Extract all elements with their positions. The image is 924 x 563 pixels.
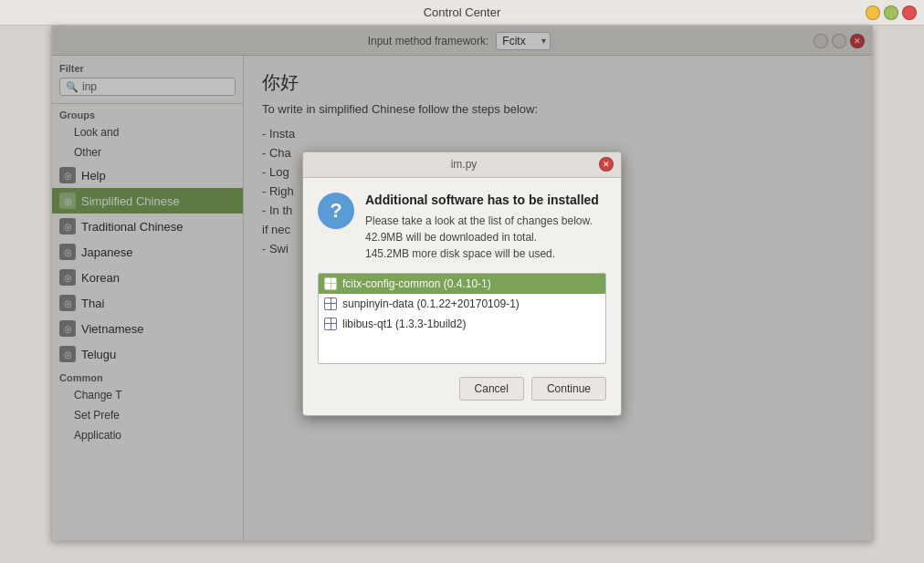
- package-item-2[interactable]: libibus-qt1 (1.3.3-1build2): [319, 314, 605, 334]
- minimize-button[interactable]: −: [866, 5, 880, 20]
- package-item-1[interactable]: sunpinyin-data (0.1.22+20170109-1): [319, 294, 605, 314]
- close-button[interactable]: ✕: [902, 5, 917, 20]
- modal-body-line1: Please take a look at the list of change…: [365, 213, 599, 229]
- package-icon-1: [324, 297, 337, 310]
- package-name-1: sunpinyin-data (0.1.22+20170109-1): [342, 297, 520, 310]
- maximize-button[interactable]: □: [884, 5, 898, 20]
- modal-title: im.py: [329, 158, 599, 171]
- package-item-0[interactable]: fcitx-config-common (0.4.10-1): [319, 274, 605, 294]
- modal-buttons: Cancel Continue: [318, 377, 606, 401]
- package-icon-2: [324, 318, 337, 330]
- modal-overlay: im.py ✕ ? Additional software has to be …: [52, 26, 872, 540]
- modal-heading: Additional software has to be installed: [365, 193, 599, 207]
- modal-close-button[interactable]: ✕: [599, 157, 614, 172]
- modal-title-bar: im.py ✕: [303, 152, 621, 178]
- modal-body-line2: 42.9MB will be downloaded in total.: [365, 229, 599, 245]
- package-icon-0: [324, 277, 337, 290]
- package-name-0: fcitx-config-common (0.4.10-1): [342, 277, 491, 290]
- main-window: Input method framework: Fcitx ✕ Filter 🔍…: [51, 26, 873, 541]
- window-title: Control Center: [424, 5, 501, 19]
- modal-dialog: im.py ✕ ? Additional software has to be …: [302, 151, 622, 416]
- modal-question-icon: ?: [318, 193, 354, 229]
- modal-header-text: Additional software has to be installed …: [365, 193, 599, 262]
- cancel-button[interactable]: Cancel: [459, 377, 524, 401]
- continue-button[interactable]: Continue: [531, 377, 606, 401]
- title-bar-controls: − □ ✕: [866, 5, 917, 20]
- modal-package-list: fcitx-config-common (0.4.10-1) sunpinyin…: [318, 273, 606, 364]
- modal-body: ? Additional software has to be installe…: [303, 178, 621, 415]
- package-name-2: libibus-qt1 (1.3.3-1build2): [342, 318, 466, 330]
- modal-header: ? Additional software has to be installe…: [318, 193, 606, 262]
- title-bar: Control Center − □ ✕: [0, 0, 924, 26]
- modal-body-line3: 145.2MB more disk space will be used.: [365, 245, 599, 262]
